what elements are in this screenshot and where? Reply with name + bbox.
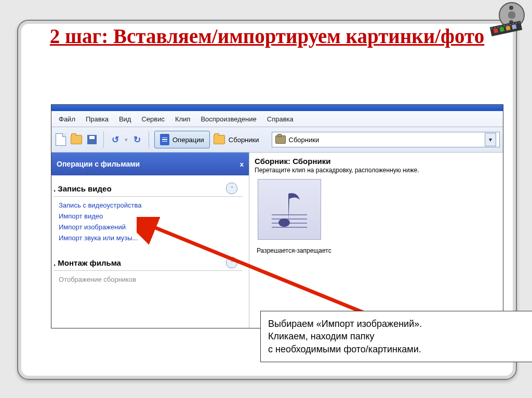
menu-clip[interactable]: Клип (170, 113, 195, 125)
task-section-edit[interactable]: . Монтаж фильма ˄ (54, 253, 243, 271)
link-import-audio[interactable]: Импорт звука или музы... (59, 232, 249, 243)
tasks-icon (160, 134, 169, 145)
operations-button[interactable]: Операции (154, 131, 210, 148)
collection-title: Сборник: Сборники (255, 157, 498, 166)
menu-help[interactable]: Справка (262, 113, 299, 125)
redo-button[interactable]: ↻ (131, 133, 143, 146)
moviemaker-logo (490, 2, 528, 33)
menu-play[interactable]: Воспроизведение (195, 113, 261, 125)
collections-folder-button[interactable] (213, 133, 225, 146)
task-pane: Операции с фильмами x . Запись видео ˄ З… (51, 153, 249, 328)
floppy-icon (87, 135, 97, 144)
app-screenshot: Файл Правка Вид Сервис Клип Воспроизведе… (51, 104, 503, 328)
link-import-video[interactable]: Импорт видео (59, 211, 249, 222)
collections-label: Сборники (229, 136, 259, 144)
folder-icon (71, 135, 82, 144)
callout-line3: с необходимыми фото/картинками. (268, 344, 421, 354)
section-label: . Монтаж фильма (54, 258, 121, 267)
document-icon (56, 133, 66, 146)
content-pane: Сборник: Сборники Перетащите клип на рас… (249, 153, 503, 328)
clip-thumbnail[interactable] (258, 179, 321, 240)
music-note-icon (269, 186, 310, 233)
titlebar-strip (51, 105, 503, 111)
callout-line1: Выбираем «Импорт изображений». (268, 319, 422, 329)
save-button[interactable] (86, 133, 98, 146)
camera-icon (275, 135, 286, 144)
task-pane-close[interactable]: x (240, 160, 244, 168)
menu-view[interactable]: Вид (114, 113, 137, 125)
thumb-caption: Разрешается-запрещаетс (257, 247, 498, 254)
dropdown-value: Сборники (289, 136, 482, 144)
task-section-capture[interactable]: . Запись видео ˄ (54, 179, 243, 197)
chevron-up-icon[interactable]: ˄ (226, 257, 237, 268)
task-pane-title: Операции с фильмами (57, 160, 140, 168)
menu-service[interactable]: Сервис (136, 113, 170, 125)
menu-edit[interactable]: Правка (81, 113, 114, 125)
task-pane-header: Операции с фильмами x (51, 153, 249, 175)
undo-dropdown[interactable]: ▾ (125, 136, 128, 143)
new-button[interactable] (55, 133, 67, 146)
separator (103, 131, 104, 148)
operations-label: Операции (172, 136, 204, 144)
chevron-down-icon[interactable] (485, 133, 496, 146)
menubar: Файл Правка Вид Сервис Клип Воспроизведе… (51, 111, 503, 127)
undo-button[interactable]: ↺ (109, 133, 122, 146)
callout-box: Выбираем «Импорт изображений». Кликаем, … (260, 311, 532, 362)
svg-point-4 (278, 218, 290, 227)
link-show-collections[interactable]: Отображение сборников (59, 274, 249, 285)
toolbar: ↺ ▾ ↻ Операции Сборники Сборники (51, 127, 503, 153)
link-import-images[interactable]: Импорт изображений (59, 222, 249, 232)
separator (149, 131, 149, 148)
callout-line2: Кликаем, находим папку (268, 331, 375, 341)
menu-file[interactable]: Файл (54, 113, 81, 125)
chevron-up-icon[interactable]: ˄ (226, 183, 237, 194)
link-capture-device[interactable]: Запись с видеоустройства (59, 200, 249, 211)
collections-dropdown[interactable]: Сборники (272, 132, 500, 147)
slide-heading: 2 шаг: Вставляем/импортируем картинки/фо… (39, 25, 495, 48)
folder-icon (214, 135, 225, 144)
section-label: . Запись видео (54, 184, 112, 193)
open-button[interactable] (70, 133, 83, 146)
collection-hint: Перетащите клип на раскадровку, располож… (255, 167, 498, 174)
